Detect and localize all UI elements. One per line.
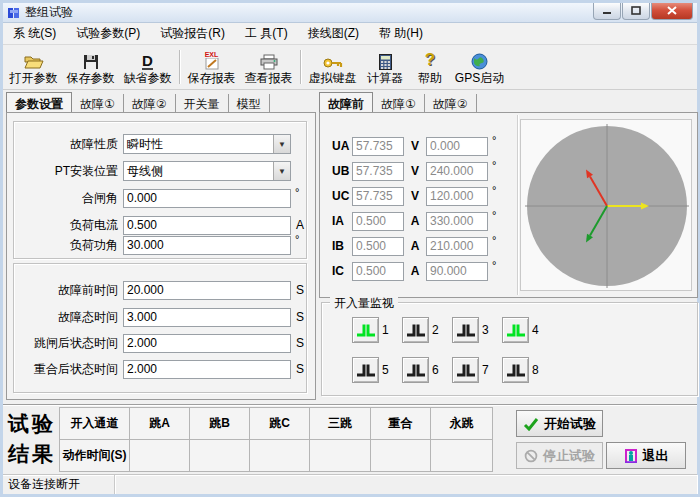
pt-position-combo[interactable]: 母线侧 ▼: [123, 161, 291, 181]
uc-angle-field: [426, 187, 488, 206]
load-current-input[interactable]: [123, 216, 291, 235]
stop-test-label: 停止试验: [543, 447, 595, 465]
contact-button-4[interactable]: [502, 317, 529, 343]
channel-number: 4: [532, 323, 539, 337]
menu-test-report[interactable]: 试验报告(R): [150, 23, 235, 44]
contact-button-3[interactable]: [452, 317, 479, 343]
toolbar-separator: [179, 50, 180, 84]
tab-fault-2-right[interactable]: 故障②: [425, 94, 477, 112]
contact-icon: [355, 363, 377, 378]
right-tabstrip: 故障前 故障① 故障②: [319, 92, 698, 112]
connection-status: 设备连接断开: [3, 475, 115, 494]
menu-test-params[interactable]: 试验参数(P): [66, 23, 150, 44]
help-button[interactable]: ? 帮助: [409, 46, 451, 88]
post-reclose-time-label: 重合后状态时间: [18, 361, 118, 378]
result-cell: [430, 439, 493, 472]
view-report-button[interactable]: 查看报表: [240, 46, 297, 88]
results-header-cell: 三跳: [309, 407, 371, 440]
fault-time-input[interactable]: [123, 308, 291, 327]
tab-model[interactable]: 模型: [229, 94, 270, 112]
ia-angle-field: [426, 212, 488, 231]
save-params-button[interactable]: 保存参数: [62, 46, 119, 88]
channel-label: IB: [332, 239, 352, 253]
chevron-down-icon[interactable]: ▼: [273, 162, 290, 180]
param-settings-page: 故障性质 瞬时性 ▼ PT安装位置 母线侧 ▼: [6, 112, 316, 400]
unit-label: °: [295, 233, 307, 245]
monitor-channel-4: 4: [502, 317, 539, 343]
post-reclose-time-input[interactable]: [123, 360, 291, 379]
stop-icon: [524, 449, 538, 463]
unit-label: V: [404, 164, 426, 178]
close-button[interactable]: [651, 3, 693, 20]
menu-help[interactable]: 帮 助(H): [369, 23, 433, 44]
toolbar: 打开参数 保存参数 D 缺省参数 EXL 保存报表: [3, 45, 697, 90]
virtual-keyboard-button[interactable]: 虚拟键盘: [304, 46, 361, 88]
channel-label: UB: [332, 164, 352, 178]
prefault-time-input[interactable]: [123, 281, 291, 300]
contact-button-5[interactable]: [352, 357, 379, 383]
tab-param-settings[interactable]: 参数设置: [6, 92, 72, 112]
prefault-page: UA V ° UB V ° UC V: [319, 112, 698, 298]
minimize-button[interactable]: [593, 3, 621, 20]
contact-button-1[interactable]: [352, 317, 379, 343]
start-test-label: 开始试验: [544, 415, 596, 433]
open-params-button[interactable]: 打开参数: [5, 46, 62, 88]
tab-prefault[interactable]: 故障前: [319, 92, 373, 112]
degree-label: °: [492, 234, 496, 246]
degree-label: °: [492, 209, 496, 221]
toolbar-label: 虚拟键盘: [309, 70, 357, 87]
calculator-icon: [379, 50, 392, 70]
menu-wiring-diagram[interactable]: 接线图(Z): [298, 23, 369, 44]
contact-button-6[interactable]: [402, 357, 429, 383]
maximize-icon: [631, 6, 641, 15]
degree-label: °: [492, 184, 496, 196]
post-trip-time-input[interactable]: [123, 334, 291, 353]
tab-switch-quantity[interactable]: 开关量: [176, 94, 229, 112]
left-tab-control: 参数设置 故障① 故障② 开关量 模型 故障性质 瞬时性 ▼ PT: [6, 92, 316, 400]
menu-tools[interactable]: 工 具(T): [235, 23, 298, 44]
exit-label: 退出: [643, 447, 669, 465]
tab-fault-2[interactable]: 故障②: [124, 94, 176, 112]
maximize-button[interactable]: [622, 3, 650, 20]
contact-icon: [405, 323, 427, 338]
default-params-button[interactable]: D 缺省参数: [119, 46, 176, 88]
contact-button-7[interactable]: [452, 357, 479, 383]
right-tab-control: 故障前 故障① 故障② UA V ° UB V °: [319, 92, 698, 298]
unit-label: S: [296, 310, 308, 324]
save-report-button[interactable]: EXL 保存报表: [183, 46, 240, 88]
contact-button-2[interactable]: [402, 317, 429, 343]
floppy-icon: [83, 50, 99, 70]
fault-nature-combo[interactable]: 瞬时性 ▼: [123, 134, 291, 154]
unit-label: A: [404, 264, 426, 278]
tab-fault-1-right[interactable]: 故障①: [373, 94, 425, 112]
input-monitor-group: 开入量监视 1 2: [321, 302, 698, 396]
divider: [517, 115, 518, 295]
channel-label: IC: [332, 264, 352, 278]
channel-number: 7: [482, 363, 489, 377]
fault-params-group: 故障性质 瞬时性 ▼ PT安装位置 母线侧 ▼: [13, 121, 307, 259]
calculator-button[interactable]: 计算器: [361, 46, 409, 88]
input-monitor-title: 开入量监视: [330, 295, 398, 312]
unit-label: V: [404, 139, 426, 153]
chevron-down-icon[interactable]: ▼: [273, 135, 290, 153]
contact-button-8[interactable]: [502, 357, 529, 383]
gps-start-button[interactable]: GPS启动: [451, 46, 508, 88]
minimize-icon: [602, 6, 612, 15]
start-test-button[interactable]: 开始试验: [516, 410, 603, 437]
result-cell: [309, 439, 371, 472]
toolbar-separator: [300, 50, 301, 84]
contact-icon: [455, 323, 477, 338]
load-power-angle-input[interactable]: [123, 236, 291, 255]
exit-button[interactable]: 退出: [606, 442, 686, 469]
menu-system[interactable]: 系 统(S): [3, 23, 66, 44]
toolbar-label: GPS启动: [455, 70, 504, 87]
fault-time-label: 故障态时间: [18, 309, 118, 326]
closing-angle-input[interactable]: [123, 189, 291, 208]
monitor-channel-8: 8: [502, 357, 539, 383]
window-title: 整组试验: [25, 4, 73, 21]
result-cell: [189, 439, 250, 472]
ub-angle-field: [426, 162, 488, 181]
stop-test-button: 停止试验: [516, 442, 603, 469]
results-row-label: 动作时间(S): [59, 439, 130, 472]
tab-fault-1[interactable]: 故障①: [72, 94, 124, 112]
